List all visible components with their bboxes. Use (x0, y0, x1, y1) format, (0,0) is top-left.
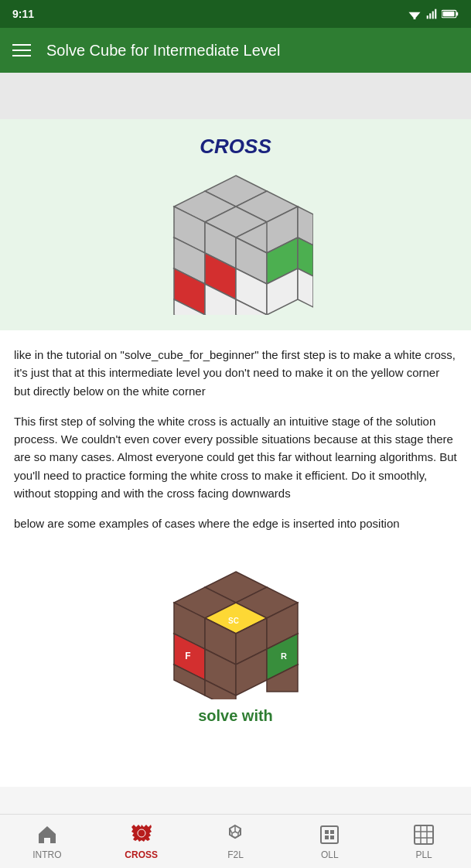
main-content: CROSS (0, 119, 471, 787)
nav-item-intro[interactable]: INTRO (0, 815, 94, 868)
cube-image (159, 168, 313, 315)
svg-text:F: F (185, 651, 190, 661)
nav-label-cross: CROSS (125, 849, 158, 860)
app-bar-title: Solve Cube for Intermediate Level (46, 42, 280, 60)
wifi-icon (408, 9, 422, 19)
cross-section: CROSS (0, 119, 471, 330)
svg-rect-66 (321, 826, 338, 843)
nav-item-pll[interactable]: PLL (377, 815, 471, 868)
svg-rect-6 (432, 12, 434, 19)
nav-label-f2l: F2L (227, 849, 244, 860)
text-section: like in the tutorial on "solve_cube_for_… (0, 330, 471, 560)
pll-icon (412, 823, 435, 846)
nav-item-oll[interactable]: OLL (282, 815, 377, 868)
nav-item-f2l[interactable]: F2L (189, 815, 283, 868)
svg-rect-5 (429, 13, 431, 19)
nav-label-oll: OLL (321, 849, 339, 860)
second-cube-section: SC F R solve with (0, 560, 471, 725)
svg-rect-4 (427, 15, 428, 19)
svg-rect-71 (415, 825, 433, 844)
svg-point-60 (138, 829, 145, 837)
svg-text:R: R (281, 651, 287, 661)
svg-rect-67 (325, 830, 329, 834)
paragraph-1: like in the tutorial on "solve_cube_for_… (14, 346, 457, 400)
svg-marker-62 (232, 832, 238, 838)
bottom-navigation: INTRO CROSS F2L OLL (0, 814, 471, 868)
f2l-icon (224, 823, 247, 846)
time: 9:11 (12, 8, 34, 20)
svg-text:SC: SC (228, 617, 239, 625)
oll-icon (318, 823, 341, 846)
nav-item-cross[interactable]: CROSS (94, 815, 189, 868)
menu-button[interactable] (12, 44, 31, 56)
svg-rect-9 (456, 12, 458, 16)
cross-nav-icon (130, 823, 153, 846)
banner-ad (0, 73, 471, 119)
svg-rect-70 (330, 836, 334, 839)
paragraph-3: below are some examples of cases where t… (14, 514, 457, 532)
nav-label-pll: PLL (415, 849, 432, 860)
app-bar: Solve Cube for Intermediate Level (0, 28, 471, 73)
svg-rect-69 (325, 836, 329, 839)
cross-title: CROSS (200, 135, 271, 159)
svg-rect-68 (330, 830, 334, 834)
paragraph-2: This first step of solving the white cro… (14, 412, 457, 502)
intro-icon (36, 823, 59, 846)
svg-rect-7 (435, 9, 436, 19)
status-bar: 9:11 (0, 0, 471, 28)
nav-label-intro: INTRO (32, 849, 61, 860)
second-cube-image: SC F R (166, 568, 305, 699)
signal-icon (426, 9, 437, 19)
status-icons (408, 9, 459, 19)
svg-rect-10 (443, 12, 455, 16)
battery-icon (442, 9, 459, 19)
solve-with-label: solve with (198, 707, 273, 725)
